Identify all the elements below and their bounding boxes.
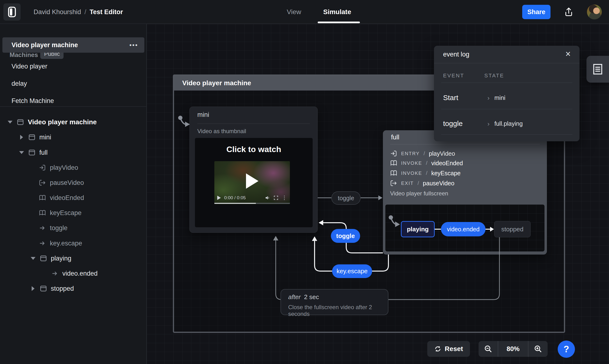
- after-keyword: after: [288, 293, 301, 300]
- tree-item-keyescape-event[interactable]: key.escape: [39, 237, 82, 250]
- reset-button[interactable]: Reset: [427, 341, 470, 357]
- event-log-panel: event log × EVENT STATE Start › mini tog…: [434, 46, 580, 141]
- tree-item-playvideo[interactable]: playVideo: [39, 161, 78, 174]
- caret-right-icon[interactable]: [19, 135, 25, 140]
- action-invoke[interactable]: INVOKE / keyEscape: [390, 169, 461, 178]
- machine-list-item[interactable]: Video player: [2, 59, 144, 73]
- action-name: playVideo: [429, 150, 455, 157]
- action-sep: /: [417, 180, 419, 186]
- toggle-sidebar-button[interactable]: [3, 3, 21, 21]
- tree-item-toggle-event[interactable]: toggle: [39, 221, 68, 235]
- video-panel: Click to watch 0:00 / 0:05 ⋮: [195, 138, 313, 227]
- after-transition-note[interactable]: after2 sec Close the fullscreen video af…: [280, 289, 388, 315]
- help-button[interactable]: ?: [558, 340, 575, 358]
- machine-name: Video player machine: [12, 41, 78, 49]
- state-icon: [28, 149, 36, 156]
- zoom-out-button[interactable]: [479, 341, 498, 357]
- state-title: full: [391, 134, 400, 141]
- top-bar: David Khourshid / Test Editor View Simul…: [0, 0, 609, 24]
- tab-simulate[interactable]: Simulate: [323, 0, 351, 24]
- invoke-icon: [39, 209, 46, 217]
- state-value: full.playing: [494, 120, 523, 127]
- tree-item-pausevideo[interactable]: pauseVideo: [39, 176, 84, 189]
- event-pill-toggle-active[interactable]: toggle: [331, 229, 360, 243]
- video-menu-icon[interactable]: ⋮: [282, 195, 287, 201]
- invoke-icon: [390, 169, 397, 177]
- divider: [441, 109, 572, 109]
- action-invoke[interactable]: INVOKE / videoEnded: [390, 158, 463, 168]
- document-list-icon: [593, 63, 603, 75]
- tree-label: Video player machine: [28, 118, 97, 126]
- zoom-level[interactable]: 80%: [498, 341, 528, 357]
- event-log-title: event log: [443, 46, 470, 63]
- play-button-icon[interactable]: [217, 196, 221, 200]
- machine-list-item[interactable]: delay: [2, 77, 144, 91]
- caret-right-icon[interactable]: [30, 286, 36, 291]
- action-sep: /: [426, 170, 428, 176]
- export-button[interactable]: [563, 6, 575, 18]
- play-overlay-icon[interactable]: [246, 173, 259, 189]
- breadcrumb-user[interactable]: David Khourshid: [34, 8, 81, 16]
- divider: [0, 106, 147, 107]
- video-thumbnail[interactable]: 0:00 / 0:05 ⋮: [214, 161, 290, 204]
- event-pill-key-escape[interactable]: key.escape: [332, 264, 372, 278]
- video-time: 0:00 / 0:05: [224, 195, 246, 200]
- avatar[interactable]: [587, 5, 602, 19]
- tree-label: playing: [51, 255, 71, 262]
- zoom-in-button[interactable]: [528, 341, 548, 357]
- sidebar-panel-icon: [7, 6, 17, 17]
- share-button[interactable]: Share: [522, 5, 551, 19]
- machine-list-item-selected[interactable]: Video player machine •••: [2, 37, 144, 53]
- event-pill-toggle-inactive[interactable]: toggle: [331, 191, 360, 205]
- action-name: pauseVideo: [423, 180, 455, 187]
- transition-arrow-icon: [39, 224, 46, 232]
- video-overlay-text: Click to watch: [195, 145, 313, 154]
- video-progress-track[interactable]: [214, 203, 290, 204]
- tree-item-full[interactable]: full: [19, 146, 48, 159]
- caret-down-icon[interactable]: [7, 121, 13, 124]
- tree-item-playing[interactable]: playing: [30, 252, 71, 265]
- action-kind: INVOKE: [401, 170, 422, 176]
- caret-down-icon[interactable]: [30, 257, 36, 260]
- after-delay-value: 2 sec: [304, 293, 319, 300]
- volume-icon[interactable]: [265, 195, 270, 200]
- tree-label: videoEnded: [50, 194, 84, 202]
- zoom-in-icon: [534, 345, 542, 353]
- tree-item-machine-root[interactable]: Video player machine: [7, 116, 97, 129]
- fullscreen-icon[interactable]: [274, 195, 278, 200]
- action-entry[interactable]: ENTRY / playVideo: [390, 149, 455, 158]
- close-icon[interactable]: ×: [563, 49, 573, 59]
- tree-label: full: [39, 149, 48, 156]
- machine-name: Video player: [12, 63, 47, 70]
- action-kind: INVOKE: [401, 160, 422, 166]
- more-options-icon[interactable]: •••: [129, 41, 138, 49]
- tree-item-stopped[interactable]: stopped: [30, 282, 74, 295]
- tab-view[interactable]: View: [287, 0, 301, 24]
- breadcrumb-document[interactable]: Test Editor: [90, 8, 123, 16]
- tree-item-videoended[interactable]: videoEnded: [39, 191, 84, 205]
- caret-down-icon[interactable]: [19, 151, 25, 154]
- tree-label: mini: [39, 134, 51, 141]
- state-node-stopped[interactable]: stopped: [494, 221, 531, 237]
- machine-list-item[interactable]: Fetch Machine: [2, 94, 144, 108]
- active-tab-underline: [318, 22, 360, 23]
- tree-item-mini[interactable]: mini: [19, 130, 51, 144]
- action-exit[interactable]: EXIT / pauseVideo: [390, 179, 454, 188]
- entry-icon: [390, 150, 397, 157]
- refresh-icon: [434, 345, 442, 352]
- state-node-mini[interactable]: mini Video as thumbnail Click to watch 0…: [189, 106, 318, 233]
- divider: [441, 83, 572, 83]
- state-node-playing[interactable]: playing: [401, 221, 435, 237]
- action-sep: /: [423, 150, 425, 157]
- event-pill-video-ended[interactable]: video.ended: [441, 222, 485, 236]
- column-header-event: EVENT: [443, 73, 464, 79]
- state-description: Video as thumbnail: [197, 128, 246, 135]
- transition-arrow-icon: [51, 270, 58, 277]
- event-log-dock-tab[interactable]: [586, 56, 609, 83]
- chevron-right-icon: ›: [487, 120, 490, 128]
- divider: [434, 63, 580, 63]
- exit-icon: [39, 179, 46, 186]
- tree-item-videoended-event[interactable]: video.ended: [51, 267, 97, 280]
- action-name: videoEnded: [431, 160, 463, 167]
- tree-item-keyescape-invoke[interactable]: keyEscape: [39, 206, 82, 220]
